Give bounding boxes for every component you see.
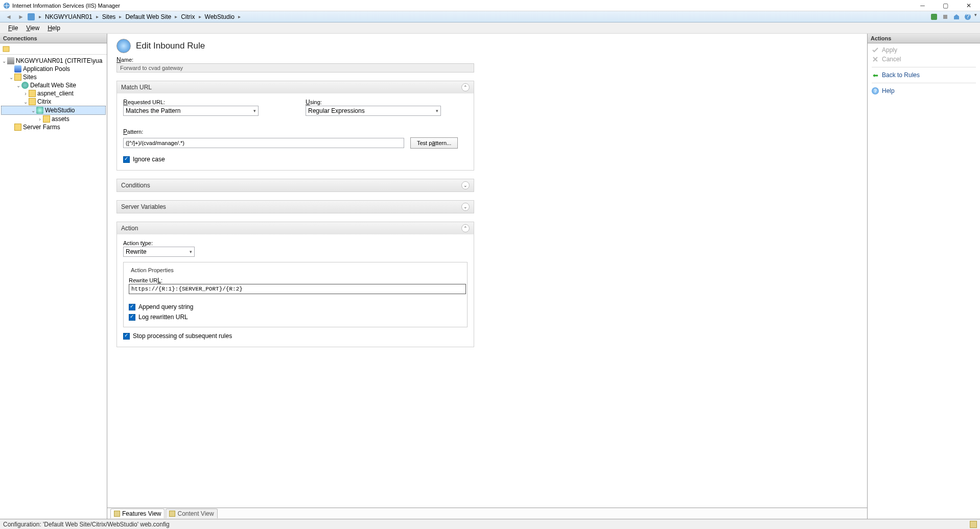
ignore-case-checkbox[interactable] <box>123 156 130 163</box>
collapse-icon[interactable]: ⌃ <box>461 224 470 232</box>
connections-tree: ⌄ NKGWYUANR01 (CITRITE\yua Application P… <box>0 55 107 519</box>
page-icon <box>116 39 131 53</box>
breadcrumb-item[interactable]: Sites <box>101 13 118 21</box>
tab-content-view[interactable]: Content View <box>166 509 217 518</box>
tree-sites[interactable]: Sites <box>23 74 37 81</box>
status-text: Configuration: 'Default Web Site/Citrix/… <box>3 521 170 528</box>
action-type-select[interactable]: Rewrite▾ <box>123 247 195 257</box>
menu-bar: File View Help <box>0 22 980 34</box>
action-type-label: Action type: <box>123 239 468 247</box>
log-rewritten-checkbox[interactable] <box>129 314 135 321</box>
expander-icon[interactable]: ⌄ <box>1 58 7 64</box>
address-bar: ◄ ► ▸ NKGWYUANR01 ▸ Sites ▸ Default Web … <box>0 11 980 22</box>
maximize-button[interactable]: ▢ <box>934 0 957 11</box>
nav-back-button: ◄ <box>3 12 14 21</box>
breadcrumb-root-icon <box>28 13 35 20</box>
folder-icon <box>29 90 36 97</box>
stop-processing-label: Stop processing of subsequent rules <box>133 332 232 340</box>
section-action-header: Action <box>121 225 138 232</box>
action-apply: Apply <box>872 45 976 55</box>
requested-url-select[interactable]: Matches the Pattern▾ <box>123 106 259 116</box>
folder-icon <box>29 98 36 105</box>
action-back-to-rules[interactable]: ⬅ Back to Rules <box>872 70 976 80</box>
menu-view[interactable]: View <box>22 23 43 33</box>
expand-icon[interactable]: ⌄ <box>461 181 470 189</box>
svg-rect-5 <box>3 46 9 52</box>
action-properties-label: Action Properties <box>129 267 176 273</box>
using-select[interactable]: Regular Expressions▾ <box>306 106 441 116</box>
cancel-icon <box>872 56 879 63</box>
expander-icon[interactable]: ⌄ <box>22 99 29 105</box>
window-title: Internet Information Services (IIS) Mana… <box>12 3 911 9</box>
content-view-icon <box>169 511 175 517</box>
expander-icon[interactable]: ⌄ <box>30 108 36 113</box>
collapse-icon[interactable]: ⌃ <box>461 83 470 91</box>
append-query-label: Append query string <box>138 303 193 310</box>
expander-icon[interactable]: › <box>22 91 29 97</box>
tree-citrix[interactable]: Citrix <box>37 98 51 105</box>
connections-panel: Connections ⌄ NKGWYUANR01 (CITRITE\yua A… <box>0 34 107 519</box>
help-icon: ? <box>872 87 879 94</box>
connections-header: Connections <box>0 34 107 43</box>
window-titlebar: Internet Information Services (IIS) Mana… <box>0 0 980 11</box>
section-match-url-header: Match URL <box>121 84 152 91</box>
actions-panel: Actions Apply Cancel ⬅ Back to Rules ? H… <box>868 34 980 519</box>
requested-url-label: Requested URL: <box>123 99 285 106</box>
tree-aspnet-client[interactable]: aspnet_client <box>37 90 74 97</box>
back-arrow-icon: ⬅ <box>872 71 879 79</box>
connect-icon[interactable] <box>2 45 10 53</box>
stop-processing-checkbox[interactable] <box>123 333 130 340</box>
pattern-input[interactable] <box>123 138 404 148</box>
using-label: Using: <box>306 99 468 106</box>
folder-icon <box>43 115 50 123</box>
action-help[interactable]: ? Help <box>872 86 976 95</box>
tree-server-node[interactable]: NKGWYUANR01 (CITRITE\yua <box>16 57 102 64</box>
tab-features-view[interactable]: Features View <box>110 509 165 518</box>
rewrite-url-label: Rewrite URL: <box>129 277 462 284</box>
test-pattern-button[interactable]: Test pattern... <box>410 137 458 149</box>
pattern-label: Pattern: <box>123 128 468 135</box>
section-action: Action ⌃ Action type: Rewrite▾ Action Pr… <box>116 222 474 347</box>
tree-default-site[interactable]: Default Web Site <box>30 82 76 89</box>
tree-server-farms[interactable]: Server Farms <box>23 124 60 131</box>
minimize-button[interactable]: ─ <box>911 0 934 11</box>
home-icon[interactable] <box>952 12 961 21</box>
tree-app-pools[interactable]: Application Pools <box>23 65 70 73</box>
status-config-icon <box>970 521 977 528</box>
breadcrumb-item[interactable]: Citrix <box>179 13 196 21</box>
server-icon <box>7 57 14 64</box>
content-area: Edit Inbound Rule Name: Forward to cvad … <box>107 34 868 519</box>
expander-icon[interactable]: ⌄ <box>8 75 14 80</box>
page-title: Edit Inbound Rule <box>136 41 205 51</box>
action-cancel: Cancel <box>872 55 976 64</box>
app-pools-icon <box>14 65 21 73</box>
breadcrumb-item[interactable]: NKGWYUANR01 <box>43 13 94 21</box>
svg-rect-1 <box>931 14 937 20</box>
name-input: Forward to cvad gateway <box>116 63 474 73</box>
breadcrumb-item[interactable]: Default Web Site <box>124 13 173 21</box>
breadcrumb-item[interactable]: WebStudio <box>203 13 236 21</box>
tree-assets[interactable]: assets <box>52 115 69 123</box>
section-server-variables: Server Variables ⌄ <box>116 200 474 213</box>
nav-forward-button: ► <box>15 12 27 21</box>
help-toolbar-icon[interactable]: ? <box>963 12 972 21</box>
rewrite-url-input[interactable] <box>129 284 466 294</box>
refresh-all-icon[interactable] <box>929 12 939 21</box>
status-bar: Configuration: 'Default Web Site/Citrix/… <box>0 519 980 529</box>
menu-file[interactable]: File <box>4 23 22 33</box>
append-query-checkbox[interactable] <box>129 304 135 310</box>
section-conditions-header: Conditions <box>121 182 150 189</box>
content-tabs: Features View Content View <box>107 508 867 519</box>
ignore-case-label: Ignore case <box>133 156 165 163</box>
menu-help[interactable]: Help <box>43 23 64 33</box>
expander-icon[interactable]: ⌄ <box>15 83 21 88</box>
expander-icon[interactable]: › <box>37 116 43 122</box>
svg-rect-2 <box>943 15 947 19</box>
expand-icon[interactable]: ⌄ <box>461 203 470 211</box>
connections-toolbar <box>0 43 107 55</box>
webapp-icon <box>36 107 43 114</box>
tree-webstudio[interactable]: WebStudio <box>45 107 75 114</box>
stop-icon[interactable] <box>941 12 950 21</box>
name-label: Name: <box>116 56 858 63</box>
close-button[interactable]: ✕ <box>957 0 980 11</box>
